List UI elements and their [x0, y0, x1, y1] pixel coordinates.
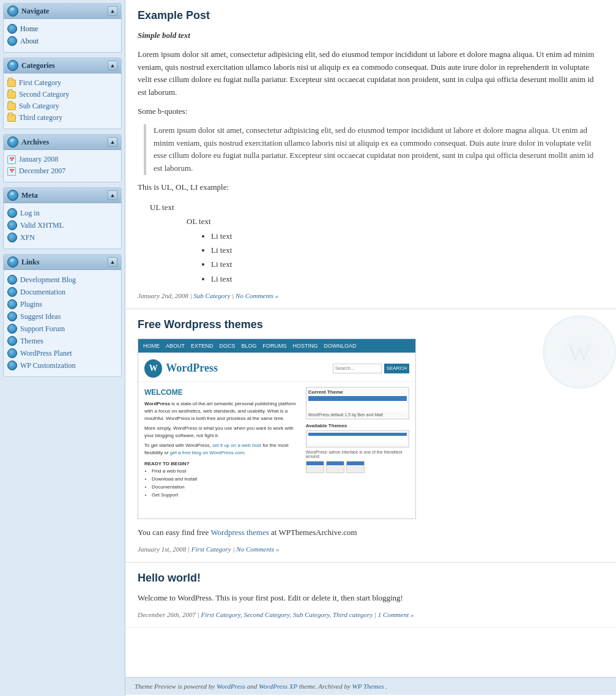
meta-xfn-link[interactable]: XFN — [20, 233, 35, 242]
sidebar: Navigate ▲ Home About — [0, 0, 125, 696]
post-hello-cat-first[interactable]: First Category — [201, 611, 240, 618]
navigate-widget: Navigate ▲ Home About — [3, 3, 122, 53]
archive-link-dec2007[interactable]: December 2007 — [19, 167, 65, 176]
wp-available-themes: Available Themes — [306, 423, 409, 447]
nav-about-icon — [7, 36, 17, 46]
post-example-subtitle: Simple bold text — [138, 29, 604, 42]
link-themes-link[interactable]: Themes — [20, 337, 43, 346]
post-hello-comments[interactable]: 1 Comment » — [378, 611, 414, 618]
wp-blog-link[interactable]: get a free blog on WordPress.com — [170, 450, 244, 455]
link-docs: Documentation — [7, 286, 117, 298]
link-wpcustom-link[interactable]: WP Customization — [20, 361, 76, 370]
navigate-collapse-button[interactable]: ▲ — [108, 6, 117, 16]
links-widget: Links ▲ Development Blog Documentation P… — [3, 254, 122, 377]
main-content: Example Post Simple bold text Lorem ipsu… — [125, 0, 616, 696]
archives-title: Archives — [7, 137, 49, 148]
navigate-widget-header: Navigate ▲ — [4, 4, 121, 19]
categories-widget-header: Categories ▲ — [4, 58, 121, 73]
meta-widget-body: Log in Valid XHTML XFN — [4, 203, 121, 249]
spacer — [125, 628, 616, 677]
link-docs-icon — [7, 287, 17, 297]
post-hello-cat-second[interactable]: Second Category — [244, 611, 290, 618]
nav-home-link[interactable]: Home — [7, 23, 117, 35]
post-wpthemes-meta: January 1st, 2008 | First Category | No … — [138, 545, 604, 553]
links-widget-body: Development Blog Documentation Plugins S… — [4, 270, 121, 376]
meta-title: Meta — [7, 190, 38, 201]
wordpress-themes-link[interactable]: Wordpress themes — [210, 528, 269, 537]
post-example-meta: January 2nd, 2008 | Sub Category | No Co… — [138, 292, 604, 299]
link-support-link[interactable]: Support Forum — [20, 324, 65, 334]
link-plugins: Plugins — [7, 298, 117, 310]
category-link-second[interactable]: Second Category — [19, 90, 69, 99]
wp-left-column: WELCOME WordPress is a state-of-the-art … — [144, 387, 300, 514]
wp-theme-box: Current Theme WordPress default 1.5 by B… — [306, 387, 409, 419]
link-themes-icon — [7, 336, 17, 346]
wp-navbar: HOME ABOUT EXTEND DOCS BLOG FORUMS HOSTI… — [138, 339, 415, 353]
post-example-title: Example Post — [138, 9, 604, 22]
archive-item-dec2007: 📅 December 2007 — [7, 165, 117, 177]
li-items-list: Li text Li text Li text Li text — [211, 229, 604, 286]
link-suggest: Suggest Ideas — [7, 310, 117, 323]
wp-right-column: Current Theme WordPress default 1.5 by B… — [306, 387, 409, 514]
meta-login-link[interactable]: Log in — [20, 209, 40, 218]
wp-search-input[interactable] — [333, 364, 382, 373]
post-example-list: UL text OL text Li text Li text Li text … — [150, 200, 604, 286]
link-wpplanet-link[interactable]: WordPress Planet — [20, 349, 72, 358]
folder-icon-first — [7, 80, 16, 87]
nav-links: Home About — [7, 23, 117, 47]
footer-wp-link[interactable]: WordPress — [217, 683, 245, 690]
link-docs-link[interactable]: Documentation — [20, 288, 65, 297]
meta-widget-header: Meta ▲ — [4, 188, 121, 203]
wp-available-theme-preview — [308, 433, 407, 444]
archives-collapse-button[interactable]: ▲ — [108, 137, 117, 147]
meta-xfn-item: XFN — [7, 231, 117, 244]
archive-item-jan2008: 📅 January 2008 — [7, 154, 117, 165]
post-hello-cat-third[interactable]: Third category — [333, 611, 373, 618]
archives-icon — [7, 137, 18, 148]
categories-icon — [7, 60, 18, 71]
wp-search-button[interactable]: SEARCH — [384, 364, 409, 373]
post-example: Example Post Simple bold text Lorem ipsu… — [125, 0, 616, 309]
free-themes-text: You can easy find free Wordpress themes … — [138, 526, 604, 539]
category-item-sub: Sub Category — [7, 100, 117, 112]
link-support-icon — [7, 324, 17, 334]
links-title: Links — [7, 256, 39, 268]
category-link-first[interactable]: First Category — [19, 78, 61, 88]
archive-link-jan2008[interactable]: January 2008 — [19, 155, 58, 164]
post-hello-title: Hello world! — [138, 572, 604, 585]
list-item: Li text — [211, 229, 604, 243]
link-plugins-link[interactable]: Plugins — [20, 300, 42, 309]
nav-about-link[interactable]: About — [7, 35, 117, 47]
post-hello-cat-sub[interactable]: Sub Category — [293, 611, 330, 618]
meta-xhtml-item: Valid XHTML — [7, 219, 117, 231]
meta-xfn-icon — [7, 233, 17, 242]
post-wpthemes-comments-link[interactable]: No Comments » — [236, 545, 279, 553]
links-collapse-button[interactable]: ▲ — [108, 257, 117, 267]
footer-wpxp-link[interactable]: WordPress XP — [259, 683, 297, 690]
wp-thumb-2 — [326, 461, 344, 473]
post-wpthemes-title: Free Wordpress themes — [138, 318, 604, 331]
meta-collapse-button[interactable]: ▲ — [108, 190, 117, 200]
post-hello-body: Welcome to WordPress. This is your first… — [138, 592, 604, 605]
navigate-widget-body: Home About — [4, 19, 121, 52]
footer-wpthemes-link[interactable]: WP Themes — [352, 683, 384, 690]
wp-screenshot: HOME ABOUT EXTEND DOCS BLOG FORUMS HOSTI… — [138, 339, 416, 519]
meta-xhtml-link[interactable]: Valid XHTML — [20, 221, 64, 230]
post-wpthemes-cat-link[interactable]: First Category — [191, 545, 231, 553]
list-item: Li text — [211, 257, 604, 271]
post-example-comments-link[interactable]: No Comments » — [236, 292, 278, 299]
link-themes: Themes — [7, 335, 117, 347]
wp-thumb-1 — [306, 461, 324, 473]
category-link-sub[interactable]: Sub Category — [19, 102, 59, 111]
link-devblog-link[interactable]: Development Blog — [20, 275, 76, 285]
folder-icon-sub — [7, 103, 16, 110]
categories-collapse-button[interactable]: ▲ — [108, 61, 117, 70]
link-wpplanet: WordPress Planet — [7, 347, 117, 359]
post-example-cat-link[interactable]: Sub Category — [193, 292, 230, 299]
link-suggest-link[interactable]: Suggest Ideas — [20, 312, 61, 321]
links-icon — [7, 256, 18, 268]
category-link-third[interactable]: Third category — [19, 113, 62, 122]
link-devblog: Development Blog — [7, 274, 117, 286]
wp-setup-link[interactable]: set it up on a web host — [212, 443, 261, 448]
links-widget-header: Links ▲ — [4, 255, 121, 270]
